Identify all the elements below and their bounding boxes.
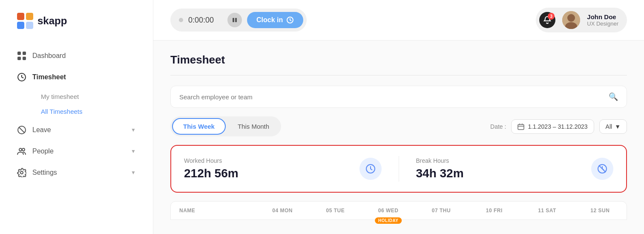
- user-avatar: [562, 11, 580, 29]
- break-hours-label: Break Hours: [416, 157, 464, 164]
- svg-rect-15: [235, 18, 237, 22]
- col-11sat: 11 SAT: [520, 202, 573, 220]
- dashboard-icon: [17, 51, 26, 61]
- table-header: NAME 04 MON 05 TUE 06 WED Holiday 07 THU…: [170, 201, 627, 220]
- worked-hours-icon-circle: [359, 158, 382, 180]
- col-05tue: 05 TUE: [309, 202, 362, 220]
- svg-rect-3: [26, 22, 33, 29]
- notification-button[interactable]: 3: [539, 12, 555, 28]
- title-divider: [170, 75, 627, 75]
- svg-rect-1: [26, 13, 33, 20]
- leave-chevron-icon: ▼: [131, 127, 136, 133]
- svg-rect-0: [17, 13, 24, 20]
- sidebar-settings-label: Settings: [32, 169, 57, 176]
- all-dropdown[interactable]: All ▼: [599, 119, 627, 134]
- svg-point-18: [567, 14, 575, 22]
- svg-rect-5: [23, 52, 26, 55]
- svg-point-11: [19, 148, 22, 151]
- user-area: 3 John Doe UX Designer: [536, 8, 627, 32]
- break-hours-info: Break Hours 34h 32m: [416, 157, 464, 180]
- svg-line-10: [19, 127, 24, 133]
- holiday-badge: Holiday: [375, 217, 402, 224]
- svg-rect-6: [17, 57, 21, 60]
- col-07thu: 07 THU: [415, 202, 468, 220]
- worked-hours-value: 212h 56m: [184, 167, 239, 180]
- date-filter: Date : 1.1.2023 – 31.12.2023 All ▼: [490, 119, 627, 134]
- worked-clock-icon: [365, 163, 376, 174]
- timesheet-icon: [17, 72, 26, 82]
- app-logo-text: skapp: [37, 15, 67, 27]
- svg-rect-2: [17, 22, 24, 29]
- clock-in-label: Clock in: [256, 16, 283, 24]
- search-icon: 🔍: [609, 92, 618, 101]
- sub-nav-my-timesheet[interactable]: My timesheet: [32, 90, 136, 104]
- notification-badge: 3: [548, 13, 555, 20]
- pause-button[interactable]: [227, 13, 242, 27]
- date-range-text: 1.1.2023 – 31.12.2023: [528, 123, 587, 130]
- page-title: Timesheet: [170, 53, 627, 66]
- sidebar-nav: Dashboard Timesheet My timesheet All Tim…: [0, 46, 153, 182]
- worked-hours-info: Worked Hours 212h 56m: [184, 157, 239, 180]
- search-input[interactable]: [179, 93, 609, 101]
- svg-rect-20: [518, 124, 524, 130]
- logo-icon: [17, 13, 33, 29]
- user-name: John Doe: [587, 13, 618, 20]
- settings-chevron-icon: ▼: [131, 170, 136, 176]
- svg-point-12: [22, 148, 25, 151]
- worked-hours-label: Worked Hours: [184, 157, 239, 164]
- sidebar-item-timesheet[interactable]: Timesheet: [9, 67, 144, 87]
- user-role: UX Designer: [587, 20, 618, 27]
- svg-point-13: [20, 171, 23, 174]
- all-label: All: [606, 123, 612, 130]
- filter-row: This Week This Month Date : 1.1.2023 – 3…: [170, 116, 627, 136]
- sidebar-item-dashboard[interactable]: Dashboard: [9, 46, 144, 66]
- settings-icon: [17, 168, 26, 177]
- tab-this-week[interactable]: This Week: [172, 118, 226, 135]
- clock-icon: [286, 16, 294, 24]
- topbar: 0:00:00 Clock in 3: [153, 0, 644, 40]
- sidebar-people-label: People: [32, 147, 54, 155]
- stats-card: Worked Hours 212h 56m Break Hours 34h 32…: [170, 145, 627, 193]
- user-info: John Doe UX Designer: [587, 13, 618, 27]
- people-icon: [17, 147, 26, 156]
- date-range[interactable]: 1.1.2023 – 31.12.2023: [511, 119, 594, 134]
- search-bar: 🔍: [170, 86, 627, 108]
- page-content: Timesheet 🔍 This Week This Month Date :: [153, 40, 644, 234]
- logo-area: skapp: [0, 13, 153, 46]
- leave-icon: [17, 125, 26, 135]
- break-clock-icon: [597, 163, 608, 174]
- worked-hours-stat: Worked Hours 212h 56m: [184, 157, 382, 180]
- main-content: 0:00:00 Clock in 3: [153, 0, 644, 234]
- sidebar-item-settings[interactable]: Settings ▼: [9, 163, 144, 182]
- break-hours-icon-circle: [591, 158, 613, 180]
- sub-nav-all-timesheets[interactable]: All Timesheets: [32, 104, 136, 118]
- col-06wed: 06 WED Holiday: [362, 202, 415, 220]
- svg-rect-4: [17, 52, 21, 55]
- svg-rect-14: [233, 18, 234, 22]
- sub-nav: My timesheet All Timesheets: [9, 90, 144, 118]
- break-hours-value: 34h 32m: [416, 167, 464, 180]
- stats-divider: [399, 156, 399, 182]
- date-filter-label: Date :: [490, 123, 506, 130]
- sidebar: skapp Dashboard Timesheet: [0, 0, 153, 234]
- timer-display: 0:00:00: [188, 16, 222, 25]
- col-10fri: 10 FRI: [468, 202, 520, 220]
- sidebar-item-leave[interactable]: Leave ▼: [9, 120, 144, 140]
- clock-in-button[interactable]: Clock in: [247, 12, 303, 28]
- sidebar-item-people[interactable]: People ▼: [9, 142, 144, 161]
- sidebar-timesheet-label: Timesheet: [32, 73, 66, 81]
- break-hours-stat: Break Hours 34h 32m: [416, 157, 614, 180]
- col-12sun: 12 SUN: [574, 202, 627, 220]
- col-04mon: 04 MON: [256, 202, 309, 220]
- timer-widget: 0:00:00 Clock in: [170, 9, 307, 32]
- svg-rect-7: [23, 57, 26, 60]
- people-chevron-icon: ▼: [131, 148, 136, 154]
- calendar-icon: [518, 123, 524, 130]
- tab-this-month[interactable]: This Month: [227, 118, 279, 135]
- all-chevron-icon: ▼: [615, 123, 621, 130]
- sidebar-leave-label: Leave: [32, 126, 51, 134]
- tab-group: This Week This Month: [170, 116, 281, 136]
- sidebar-dashboard-label: Dashboard: [32, 52, 66, 60]
- timer-dot: [179, 18, 183, 22]
- col-name: NAME: [171, 202, 256, 220]
